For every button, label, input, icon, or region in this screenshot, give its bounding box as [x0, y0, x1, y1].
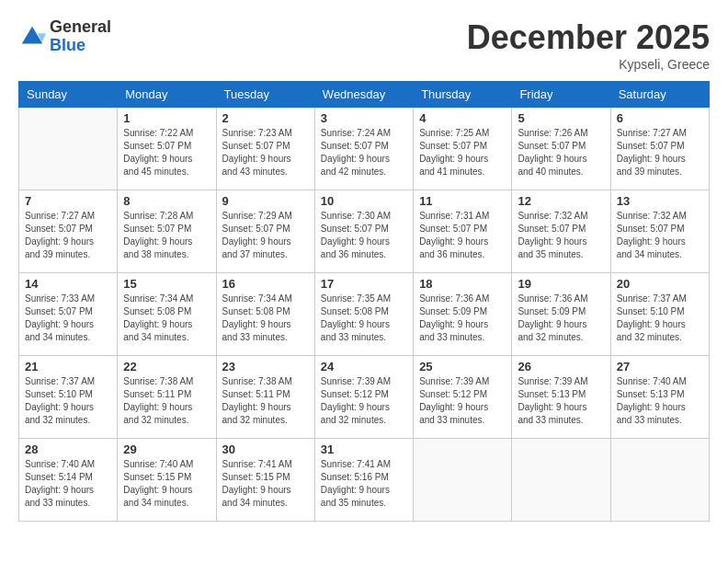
day-info: Sunrise: 7:40 AM Sunset: 5:13 PM Dayligh… [617, 375, 703, 427]
day-info: Sunrise: 7:24 AM Sunset: 5:07 PM Dayligh… [321, 127, 407, 178]
calendar-cell [512, 439, 610, 522]
calendar-cell: 7Sunrise: 7:27 AM Sunset: 5:07 PM Daylig… [19, 190, 118, 273]
weekday-header-wednesday: Wednesday [314, 82, 413, 108]
calendar-cell: 23Sunrise: 7:38 AM Sunset: 5:11 PM Dayli… [216, 356, 314, 439]
calendar-week-3: 14Sunrise: 7:33 AM Sunset: 5:07 PM Dayli… [19, 273, 710, 356]
calendar-cell: 4Sunrise: 7:25 AM Sunset: 5:07 PM Daylig… [414, 108, 512, 190]
day-number: 17 [321, 277, 407, 291]
day-info: Sunrise: 7:37 AM Sunset: 5:10 PM Dayligh… [617, 293, 703, 344]
weekday-header-thursday: Thursday [414, 82, 512, 108]
logo: General Blue [18, 18, 111, 55]
location: Kypseli, Greece [467, 57, 710, 72]
day-info: Sunrise: 7:33 AM Sunset: 5:07 PM Dayligh… [25, 293, 111, 344]
day-number: 25 [419, 360, 506, 373]
day-info: Sunrise: 7:35 AM Sunset: 5:08 PM Dayligh… [321, 293, 407, 344]
day-number: 4 [419, 111, 506, 125]
calendar-cell [610, 439, 709, 522]
day-number: 14 [25, 277, 111, 291]
day-number: 20 [617, 277, 703, 291]
logo-general-text: General [50, 18, 111, 37]
weekday-header-row: SundayMondayTuesdayWednesdayThursdayFrid… [19, 82, 710, 108]
day-info: Sunrise: 7:38 AM Sunset: 5:11 PM Dayligh… [222, 375, 309, 427]
calendar-cell: 29Sunrise: 7:40 AM Sunset: 5:15 PM Dayli… [118, 439, 216, 522]
calendar-cell: 11Sunrise: 7:31 AM Sunset: 5:07 PM Dayli… [414, 190, 512, 273]
day-number: 22 [123, 360, 210, 373]
day-number: 16 [222, 277, 309, 291]
calendar-cell: 21Sunrise: 7:37 AM Sunset: 5:10 PM Dayli… [19, 356, 118, 439]
day-info: Sunrise: 7:36 AM Sunset: 5:09 PM Dayligh… [419, 293, 506, 344]
calendar-cell: 28Sunrise: 7:40 AM Sunset: 5:14 PM Dayli… [19, 439, 118, 522]
day-info: Sunrise: 7:31 AM Sunset: 5:07 PM Dayligh… [419, 210, 506, 261]
day-number: 18 [419, 277, 506, 291]
calendar-week-5: 28Sunrise: 7:40 AM Sunset: 5:14 PM Dayli… [19, 439, 710, 522]
calendar-cell: 3Sunrise: 7:24 AM Sunset: 5:07 PM Daylig… [314, 108, 413, 190]
day-number: 31 [321, 442, 407, 456]
weekday-header-monday: Monday [118, 82, 216, 108]
day-info: Sunrise: 7:34 AM Sunset: 5:08 PM Dayligh… [123, 293, 210, 344]
logo-icon [18, 23, 46, 51]
weekday-header-friday: Friday [512, 82, 610, 108]
day-number: 12 [518, 194, 604, 208]
calendar-cell: 25Sunrise: 7:39 AM Sunset: 5:12 PM Dayli… [414, 356, 512, 439]
day-info: Sunrise: 7:27 AM Sunset: 5:07 PM Dayligh… [617, 127, 703, 178]
day-info: Sunrise: 7:39 AM Sunset: 5:12 PM Dayligh… [321, 375, 407, 427]
calendar-week-4: 21Sunrise: 7:37 AM Sunset: 5:10 PM Dayli… [19, 356, 710, 439]
day-number: 13 [617, 194, 703, 208]
page-header: General Blue December 2025 Kypseli, Gree… [18, 18, 710, 72]
calendar-cell: 26Sunrise: 7:39 AM Sunset: 5:13 PM Dayli… [512, 356, 610, 439]
day-number: 30 [222, 442, 309, 456]
calendar-cell: 31Sunrise: 7:41 AM Sunset: 5:16 PM Dayli… [314, 439, 413, 522]
calendar-cell: 20Sunrise: 7:37 AM Sunset: 5:10 PM Dayli… [610, 273, 709, 356]
day-info: Sunrise: 7:36 AM Sunset: 5:09 PM Dayligh… [518, 293, 604, 344]
day-number: 15 [123, 277, 210, 291]
weekday-header-tuesday: Tuesday [216, 82, 314, 108]
day-info: Sunrise: 7:28 AM Sunset: 5:07 PM Dayligh… [123, 210, 210, 261]
calendar-cell: 13Sunrise: 7:32 AM Sunset: 5:07 PM Dayli… [610, 190, 709, 273]
calendar-cell: 27Sunrise: 7:40 AM Sunset: 5:13 PM Dayli… [610, 356, 709, 439]
calendar-cell: 8Sunrise: 7:28 AM Sunset: 5:07 PM Daylig… [118, 190, 216, 273]
day-info: Sunrise: 7:40 AM Sunset: 5:14 PM Dayligh… [25, 458, 111, 510]
calendar-cell: 22Sunrise: 7:38 AM Sunset: 5:11 PM Dayli… [118, 356, 216, 439]
day-info: Sunrise: 7:32 AM Sunset: 5:07 PM Dayligh… [617, 210, 703, 261]
day-info: Sunrise: 7:34 AM Sunset: 5:08 PM Dayligh… [222, 293, 309, 344]
day-number: 1 [123, 111, 210, 125]
calendar-cell: 17Sunrise: 7:35 AM Sunset: 5:08 PM Dayli… [314, 273, 413, 356]
calendar-cell: 19Sunrise: 7:36 AM Sunset: 5:09 PM Dayli… [512, 273, 610, 356]
day-number: 9 [222, 194, 309, 208]
logo-blue-text: Blue [50, 37, 111, 55]
calendar-cell: 30Sunrise: 7:41 AM Sunset: 5:15 PM Dayli… [216, 439, 314, 522]
day-number: 6 [617, 111, 703, 125]
calendar-cell: 2Sunrise: 7:23 AM Sunset: 5:07 PM Daylig… [216, 108, 314, 190]
day-info: Sunrise: 7:39 AM Sunset: 5:12 PM Dayligh… [419, 375, 506, 427]
calendar-cell: 9Sunrise: 7:29 AM Sunset: 5:07 PM Daylig… [216, 190, 314, 273]
calendar-cell: 18Sunrise: 7:36 AM Sunset: 5:09 PM Dayli… [414, 273, 512, 356]
calendar-cell [19, 108, 118, 190]
calendar-cell: 14Sunrise: 7:33 AM Sunset: 5:07 PM Dayli… [19, 273, 118, 356]
day-number: 26 [518, 360, 604, 373]
day-info: Sunrise: 7:26 AM Sunset: 5:07 PM Dayligh… [518, 127, 604, 178]
day-info: Sunrise: 7:23 AM Sunset: 5:07 PM Dayligh… [222, 127, 309, 178]
calendar-cell: 16Sunrise: 7:34 AM Sunset: 5:08 PM Dayli… [216, 273, 314, 356]
calendar-cell: 5Sunrise: 7:26 AM Sunset: 5:07 PM Daylig… [512, 108, 610, 190]
day-number: 2 [222, 111, 309, 125]
calendar-cell: 1Sunrise: 7:22 AM Sunset: 5:07 PM Daylig… [118, 108, 216, 190]
day-number: 21 [25, 360, 111, 373]
day-number: 11 [419, 194, 506, 208]
day-number: 3 [321, 111, 407, 125]
day-number: 28 [25, 442, 111, 456]
calendar-table: SundayMondayTuesdayWednesdayThursdayFrid… [18, 81, 710, 522]
day-info: Sunrise: 7:27 AM Sunset: 5:07 PM Dayligh… [25, 210, 111, 261]
day-number: 27 [617, 360, 703, 373]
day-number: 5 [518, 111, 604, 125]
day-number: 19 [518, 277, 604, 291]
calendar-week-2: 7Sunrise: 7:27 AM Sunset: 5:07 PM Daylig… [19, 190, 710, 273]
day-info: Sunrise: 7:39 AM Sunset: 5:13 PM Dayligh… [518, 375, 604, 427]
day-number: 24 [321, 360, 407, 373]
day-info: Sunrise: 7:37 AM Sunset: 5:10 PM Dayligh… [25, 375, 111, 427]
calendar-cell: 24Sunrise: 7:39 AM Sunset: 5:12 PM Dayli… [314, 356, 413, 439]
day-number: 10 [321, 194, 407, 208]
day-number: 23 [222, 360, 309, 373]
title-block: December 2025 Kypseli, Greece [467, 18, 710, 72]
day-number: 8 [123, 194, 210, 208]
day-info: Sunrise: 7:29 AM Sunset: 5:07 PM Dayligh… [222, 210, 309, 261]
